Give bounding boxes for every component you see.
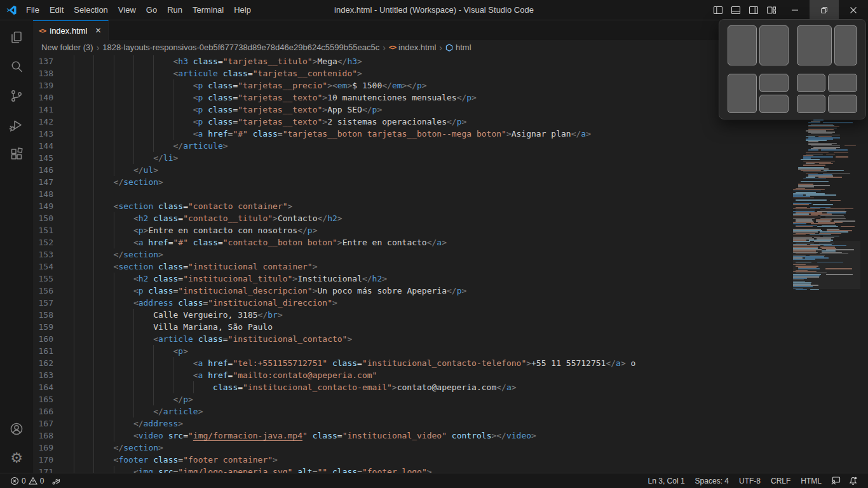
screen-share-icon[interactable] bbox=[827, 476, 844, 485]
toggle-secondary-sidebar-icon[interactable] bbox=[745, 0, 763, 20]
code-line-content[interactable]: <p> bbox=[53, 345, 188, 357]
status-eol[interactable]: CRLF bbox=[766, 477, 796, 485]
run-and-debug-icon[interactable] bbox=[0, 111, 33, 140]
search-icon[interactable] bbox=[0, 52, 33, 81]
code-line-content[interactable]: </ul> bbox=[53, 164, 158, 176]
snap-option-quad-grid[interactable] bbox=[797, 74, 858, 114]
code-token: class bbox=[308, 431, 337, 440]
minimap-slider[interactable] bbox=[793, 241, 860, 288]
code-line-content[interactable]: </articule> bbox=[53, 140, 228, 152]
indent-guide bbox=[114, 357, 133, 369]
code-line-content[interactable]: <a href="tel:+551155712751" class="insti… bbox=[53, 357, 635, 369]
code-line-content[interactable]: <p class="tarjetas__texto">App SEO</p> bbox=[53, 104, 382, 116]
menu-run[interactable]: Run bbox=[162, 0, 187, 20]
indent-guide bbox=[93, 417, 113, 430]
menu-edit[interactable]: Edit bbox=[44, 0, 69, 20]
port-forward-icon[interactable] bbox=[48, 473, 65, 488]
code-line-content[interactable]: <address class="institucional_direccion"… bbox=[53, 297, 337, 309]
menu-help[interactable]: Help bbox=[229, 0, 256, 20]
code-line-content[interactable]: <h3 class="tarjetas__titulo">Mega</h3> bbox=[53, 55, 362, 67]
status-language-mode[interactable]: HTML bbox=[796, 477, 827, 485]
code-token: address bbox=[139, 298, 173, 308]
snap-option-two-equal-columns[interactable] bbox=[728, 25, 789, 65]
indent-guide bbox=[74, 164, 93, 176]
source-control-icon[interactable] bbox=[0, 81, 33, 111]
menu-terminal[interactable]: Terminal bbox=[187, 0, 229, 20]
indent-guide bbox=[114, 466, 133, 473]
code-line-content[interactable]: class="institucional_contacto-email">con… bbox=[53, 381, 517, 393]
notification-bell-icon[interactable] bbox=[844, 476, 862, 485]
toggle-panel-icon[interactable] bbox=[727, 0, 745, 20]
code-line-content[interactable]: <img src="img/logo-apeperia.svg" alt="" … bbox=[53, 466, 432, 473]
code-line-content[interactable]: <article class="institucional_contacto"> bbox=[53, 333, 352, 345]
code-line-content[interactable]: </p> bbox=[53, 393, 193, 405]
snap-option-left-half-right-stacked[interactable] bbox=[728, 74, 789, 114]
problems-indicator[interactable]: 0 0 bbox=[6, 473, 48, 488]
indent-guide bbox=[93, 67, 113, 79]
indent-guide bbox=[173, 116, 193, 128]
extensions-icon[interactable] bbox=[0, 140, 33, 169]
status-cursor-position[interactable]: Ln 3, Col 1 bbox=[643, 477, 690, 485]
code-line: 151<p>Entre en contacto con nosotros</p> bbox=[33, 224, 868, 236]
accounts-icon[interactable] bbox=[0, 414, 33, 444]
code-line-content[interactable]: <articule class="tarjetas__contenido"> bbox=[53, 67, 362, 79]
code-line-content[interactable]: <p class="tarjetas__precio"><em>$ 1500</… bbox=[53, 79, 427, 92]
indent-guide bbox=[74, 357, 93, 369]
code-line-content[interactable]: </section> bbox=[53, 442, 163, 454]
code-line-content[interactable]: Calle Vergueiro, 3185</br> bbox=[53, 309, 283, 321]
indent-guide bbox=[74, 248, 93, 261]
breadcrumb-item[interactable]: New folder (3) bbox=[41, 43, 93, 52]
code-token: > bbox=[621, 358, 626, 368]
minimize-button[interactable] bbox=[780, 0, 810, 20]
code-token: </ bbox=[114, 443, 124, 452]
indent-guide bbox=[114, 67, 133, 79]
code-line-content[interactable]: <section class="institucional container"… bbox=[53, 261, 318, 273]
tab-close-icon[interactable]: ✕ bbox=[95, 26, 102, 35]
code-line-content[interactable]: <a href="#" class="contacto__boton boton… bbox=[53, 236, 447, 248]
code-token: = bbox=[183, 262, 188, 271]
code-line-content[interactable]: <h2 class="contacto__titulo">Contacto</h… bbox=[53, 212, 342, 224]
code-line-content[interactable]: <a href="#" class="tarjetas__boton tarje… bbox=[53, 128, 591, 140]
breadcrumb-item[interactable]: 1828-layouts-responsivos-0eb5f677738d89e… bbox=[102, 43, 379, 52]
code-token: "contacto__titulo" bbox=[183, 214, 273, 223]
snap-option-wide-left-narrow-right[interactable] bbox=[797, 25, 858, 65]
code-token: </ bbox=[447, 117, 457, 126]
code-line-content[interactable]: <video src="img/formacion-java.mp4" clas… bbox=[53, 430, 536, 442]
menu-view[interactable]: View bbox=[113, 0, 141, 20]
code-line-content[interactable]: </article> bbox=[53, 405, 203, 417]
breadcrumb-item[interactable]: html bbox=[445, 43, 471, 52]
code-line-content[interactable]: <p class="institucional_descripcion">Un … bbox=[53, 285, 466, 297]
code-line-content[interactable]: </section> bbox=[53, 176, 163, 188]
code-token: "#" bbox=[173, 238, 188, 247]
indent-guide bbox=[74, 321, 93, 333]
code-line-content[interactable]: <footer class="footer container"> bbox=[53, 454, 278, 466]
toggle-primary-sidebar-icon[interactable] bbox=[709, 0, 727, 20]
close-window-button[interactable] bbox=[839, 0, 868, 20]
minimap-line bbox=[808, 141, 818, 142]
indent-guide bbox=[74, 442, 93, 454]
tab-index-html[interactable]: <> index.html ✕ bbox=[33, 20, 109, 40]
code-line-content[interactable] bbox=[53, 188, 114, 200]
code-line-content[interactable]: <p class="tarjetas__texto">2 sistemas op… bbox=[53, 116, 466, 128]
code-line-content[interactable]: </section> bbox=[53, 248, 163, 261]
code-line-content[interactable]: <p>Entre en contacto con nosotros</p> bbox=[53, 224, 318, 236]
settings-gear-icon[interactable]: ⚙ bbox=[0, 444, 33, 473]
breadcrumb-item[interactable]: <>index.html bbox=[389, 43, 437, 52]
code-line-content[interactable]: <p class="tarjetas__texto">10 manutencio… bbox=[53, 92, 477, 104]
code-line-content[interactable]: </li> bbox=[53, 152, 178, 164]
menu-selection[interactable]: Selection bbox=[69, 0, 112, 20]
restore-button[interactable] bbox=[810, 0, 839, 20]
code-line-content[interactable]: <h2 class="institucional_titulo">Institu… bbox=[53, 273, 387, 285]
code-line-content[interactable]: </address> bbox=[53, 417, 183, 430]
menu-file[interactable]: File bbox=[21, 0, 44, 20]
code-line-content[interactable]: <a href="mailto:contato@apeperia.com" bbox=[53, 369, 377, 381]
line-number: 139 bbox=[33, 79, 53, 92]
code-line-content[interactable]: <section class="contacto container"> bbox=[53, 200, 292, 212]
indent-guide bbox=[173, 381, 193, 393]
status-indentation[interactable]: Spaces: 4 bbox=[690, 477, 734, 485]
customize-layout-icon[interactable] bbox=[763, 0, 780, 20]
status-encoding[interactable]: UTF-8 bbox=[734, 477, 766, 485]
explorer-icon[interactable] bbox=[0, 23, 33, 52]
code-line-content[interactable]: Villa Mariana, São Paulo bbox=[53, 321, 273, 333]
menu-go[interactable]: Go bbox=[141, 0, 162, 20]
